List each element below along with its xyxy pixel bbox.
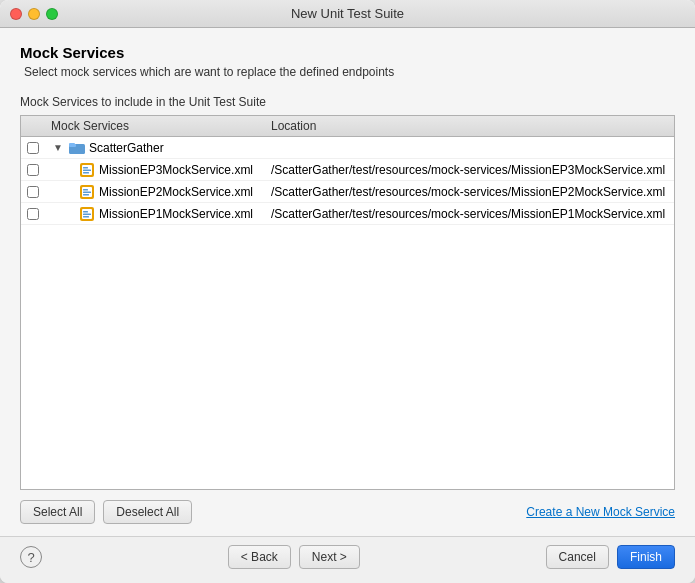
footer-left: ? xyxy=(20,546,42,568)
minimize-button[interactable] xyxy=(28,8,40,20)
service-icon xyxy=(79,184,95,200)
folder-icon xyxy=(69,141,85,155)
finish-button[interactable]: Finish xyxy=(617,545,675,569)
svg-rect-12 xyxy=(83,194,89,196)
help-icon[interactable]: ? xyxy=(20,546,42,568)
header-check-col xyxy=(27,119,51,133)
svg-rect-6 xyxy=(83,169,91,171)
table-body: ▼ ScatterGather xyxy=(21,137,674,489)
row-name: ▼ ScatterGather xyxy=(51,141,271,155)
row-name-text: MissionEP2MockService.xml xyxy=(99,185,253,199)
chevron-down-icon[interactable]: ▼ xyxy=(51,141,65,155)
service-icon xyxy=(79,162,95,178)
svg-rect-2 xyxy=(69,143,75,146)
titlebar: New Unit Test Suite xyxy=(0,0,695,28)
footer-right-buttons: Cancel Finish xyxy=(546,545,675,569)
row-check-input[interactable] xyxy=(27,208,39,220)
row-checkbox[interactable] xyxy=(27,186,51,198)
maximize-button[interactable] xyxy=(46,8,58,20)
row-check-input[interactable] xyxy=(27,164,39,176)
row-location-text: /ScatterGather/test/resources/mock-servi… xyxy=(271,163,668,177)
row-check-input[interactable] xyxy=(27,142,39,154)
select-all-button[interactable]: Select All xyxy=(20,500,95,524)
main-content: Mock Services Select mock services which… xyxy=(0,28,695,536)
bottom-left-actions: Select All Deselect All xyxy=(20,500,192,524)
footer-nav-buttons: < Back Next > xyxy=(228,545,360,569)
page-subtitle: Select mock services which are want to r… xyxy=(24,65,675,79)
svg-rect-7 xyxy=(83,172,89,174)
row-checkbox[interactable] xyxy=(27,164,51,176)
row-checkbox[interactable] xyxy=(27,208,51,220)
row-name-text: MissionEP3MockService.xml xyxy=(99,163,253,177)
section-label: Mock Services to include in the Unit Tes… xyxy=(20,95,675,109)
service-icon xyxy=(79,206,95,222)
table-row: MissionEP2MockService.xml /ScatterGather… xyxy=(21,181,674,203)
traffic-lights xyxy=(10,8,58,20)
table-row: MissionEP3MockService.xml /ScatterGather… xyxy=(21,159,674,181)
svg-rect-5 xyxy=(83,167,88,169)
svg-rect-16 xyxy=(83,213,91,215)
table-header: Mock Services Location xyxy=(21,116,674,137)
dialog-window: New Unit Test Suite Mock Services Select… xyxy=(0,0,695,583)
deselect-all-button[interactable]: Deselect All xyxy=(103,500,192,524)
svg-rect-10 xyxy=(83,189,88,191)
row-name: MissionEP1MockService.xml xyxy=(51,206,271,222)
row-location-text: /ScatterGather/test/resources/mock-servi… xyxy=(271,185,668,199)
row-name: MissionEP3MockService.xml xyxy=(51,162,271,178)
row-location-text: /ScatterGather/test/resources/mock-servi… xyxy=(271,207,668,221)
window-title: New Unit Test Suite xyxy=(291,6,404,21)
row-name: MissionEP2MockService.xml xyxy=(51,184,271,200)
cancel-button[interactable]: Cancel xyxy=(546,545,609,569)
close-button[interactable] xyxy=(10,8,22,20)
create-mock-service-link[interactable]: Create a New Mock Service xyxy=(526,505,675,519)
table-row: ▼ ScatterGather xyxy=(21,137,674,159)
svg-rect-17 xyxy=(83,216,89,218)
page-title: Mock Services xyxy=(20,44,675,61)
mock-services-table: Mock Services Location ▼ xyxy=(20,115,675,490)
page-header: Mock Services Select mock services which… xyxy=(20,44,675,79)
row-checkbox[interactable] xyxy=(27,142,51,154)
svg-rect-15 xyxy=(83,211,88,213)
table-row: MissionEP1MockService.xml /ScatterGather… xyxy=(21,203,674,225)
row-name-text: ScatterGather xyxy=(89,141,164,155)
header-location-col: Location xyxy=(271,119,668,133)
next-button[interactable]: Next > xyxy=(299,545,360,569)
row-name-text: MissionEP1MockService.xml xyxy=(99,207,253,221)
back-button[interactable]: < Back xyxy=(228,545,291,569)
footer: ? < Back Next > Cancel Finish xyxy=(0,536,695,583)
header-mock-services-col: Mock Services xyxy=(51,119,271,133)
row-check-input[interactable] xyxy=(27,186,39,198)
bottom-actions: Select All Deselect All Create a New Moc… xyxy=(20,500,675,524)
svg-rect-11 xyxy=(83,191,91,193)
